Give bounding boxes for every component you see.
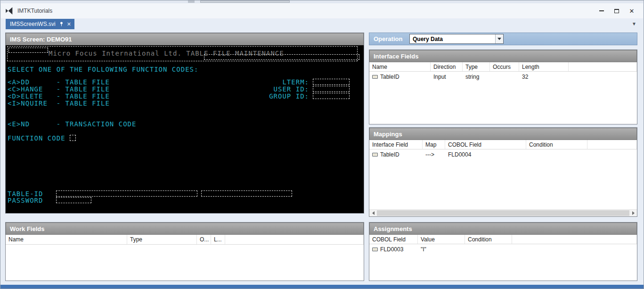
scroll-left-arrow-icon[interactable] — [369, 210, 377, 216]
operation-select[interactable]: Query Data — [409, 34, 504, 44]
column-header-condition[interactable]: Condition — [465, 235, 512, 244]
work-fields-header: Work Fields — [6, 223, 364, 235]
password-label: PASSWORD — [8, 197, 43, 204]
ims-screen-panel: IMS Screen: DEMO91 Micro Focus Internati… — [5, 33, 364, 214]
column-header-cobol-field[interactable]: COBOL Field — [445, 140, 526, 149]
tab-label: IMSScreenWS.svi — [10, 21, 56, 27]
interface-fields-column-headers: Name Direction Type Occurs Length — [369, 62, 637, 72]
column-header-map[interactable]: Map — [423, 140, 445, 149]
scrollbar-thumb[interactable] — [377, 210, 629, 216]
status-bar — [0, 285, 644, 289]
group-id-label: GROUP ID: — [218, 93, 309, 100]
minimize-button[interactable] — [594, 6, 609, 16]
user-id-label: USER ID: — [218, 86, 309, 93]
pin-icon[interactable] — [59, 22, 64, 26]
interface-fields-body: TableID Input string 32 — [369, 72, 637, 82]
cell-condition — [526, 154, 587, 156]
app-window: IMTKTutorials ✕ IMSScreenWS.svi ✕ ▼ IMS … — [0, 0, 644, 289]
ims-screen-header: IMS Screen: DEMO91 — [6, 33, 364, 45]
column-header-filler — [587, 140, 637, 149]
table-id-field[interactable] — [56, 190, 197, 197]
window-title: IMTKTutorials — [17, 8, 52, 14]
horizontal-scrollbar[interactable] — [369, 209, 637, 216]
column-header-length[interactable]: Length — [519, 62, 569, 71]
cell-name: TableID — [380, 74, 399, 80]
field-icon — [372, 75, 378, 79]
option-change: <C>HANGE - TABLE FILE — [8, 86, 110, 93]
table-row[interactable]: FLD0003 "I" — [369, 244, 637, 254]
ims-terminal-screen: Micro Focus International Ltd. TABLE FIL… — [6, 45, 363, 213]
visual-studio-logo-icon — [5, 7, 13, 15]
option-end: <E>ND - TRANSACTION CODE — [8, 121, 136, 128]
column-header-cobol-field[interactable]: COBOL Field — [369, 235, 418, 244]
field-icon — [372, 153, 378, 157]
operation-label: Operation — [374, 35, 409, 42]
mappings-header: Mappings — [369, 128, 637, 140]
work-fields-panel: Work Fields Name Type O... L... — [5, 222, 364, 281]
function-code-field[interactable] — [70, 135, 76, 141]
table-row[interactable]: TableID ---> FLD0004 — [369, 149, 637, 159]
interface-fields-panel: Interface Fields Name Direction Type Occ… — [369, 50, 637, 124]
mappings-body: TableID ---> FLD0004 — [369, 149, 637, 159]
tab-imsscreenws[interactable]: IMSScreenWS.svi ✕ — [6, 19, 74, 29]
cell-type: string — [463, 73, 490, 81]
mappings-column-headers: Interface Field Map COBOL Field Conditio… — [369, 140, 637, 149]
group-id-field[interactable] — [313, 93, 350, 99]
table-id-field-2[interactable] — [201, 190, 292, 197]
user-id-field[interactable] — [313, 86, 350, 92]
assignments-header: Assignments — [369, 223, 637, 235]
column-header-occurs[interactable]: Occurs — [490, 62, 519, 71]
column-header-name[interactable]: Name — [369, 62, 431, 71]
tab-close-icon[interactable]: ✕ — [67, 21, 71, 27]
column-header-value[interactable]: Value — [418, 235, 465, 244]
cell-map: ---> — [423, 150, 445, 159]
assignments-body: FLD0003 "I" — [369, 244, 637, 254]
table-row[interactable]: TableID Input string 32 — [369, 72, 637, 82]
password-field[interactable] — [56, 197, 91, 203]
lterm-label: LTERM: — [218, 79, 309, 86]
option-add: <A>DD - TABLE FILE — [8, 79, 110, 86]
background-fragment — [200, 0, 290, 3]
option-delete: <D>ELETE - TABLE FILE — [8, 93, 110, 100]
mappings-panel: Mappings Interface Field Map COBOL Field… — [369, 127, 637, 217]
column-header-filler — [225, 235, 364, 244]
cell-interface-field: TableID — [380, 151, 399, 158]
chevron-down-icon[interactable] — [495, 34, 503, 43]
work-fields-column-headers: Name Type O... L... — [6, 235, 364, 245]
column-header-type[interactable]: Type — [127, 235, 197, 244]
right-pane: Operation Query Data Interface Fields Na… — [369, 33, 637, 281]
column-header-length[interactable]: L... — [211, 235, 225, 244]
select-codes-text: SELECT ONE OF THE FOLLOWING FUNCTION COD… — [8, 66, 198, 73]
column-header-name[interactable]: Name — [6, 235, 127, 244]
main-area: IMS Screen: DEMO91 Micro Focus Internati… — [0, 30, 644, 285]
close-button[interactable]: ✕ — [624, 6, 639, 16]
column-header-direction[interactable]: Direction — [431, 62, 463, 71]
column-header-occurs[interactable]: O... — [197, 235, 211, 244]
column-header-interface-field[interactable]: Interface Field — [369, 140, 423, 149]
column-header-filler — [512, 235, 637, 244]
scroll-right-arrow-icon[interactable] — [629, 210, 637, 216]
column-header-filler — [569, 62, 637, 71]
column-header-type[interactable]: Type — [463, 62, 490, 71]
function-code-label: FUNCTION CODE — [8, 135, 65, 142]
cell-value: "I" — [418, 245, 465, 254]
banner-subfield[interactable] — [204, 54, 359, 60]
column-header-condition[interactable]: Condition — [526, 140, 587, 149]
left-pane: IMS Screen: DEMO91 Micro Focus Internati… — [5, 33, 364, 281]
cell-length: 32 — [519, 73, 569, 81]
assignments-panel: Assignments COBOL Field Value Condition … — [369, 222, 637, 281]
cell-occurs — [490, 76, 519, 78]
assignments-column-headers: COBOL Field Value Condition — [369, 235, 637, 244]
banner-left-field[interactable] — [8, 48, 48, 53]
interface-fields-header: Interface Fields — [369, 50, 637, 62]
option-inquire: <I>NQUIRE - TABLE FILE — [8, 100, 110, 107]
operation-bar: Operation Query Data — [369, 33, 637, 45]
document-tab-bar: IMSScreenWS.svi ✕ ▼ — [1, 18, 643, 30]
titlebar: IMTKTutorials ✕ — [1, 3, 643, 18]
cell-cobol-field: FLD0003 — [380, 246, 403, 253]
lterm-field[interactable] — [313, 79, 350, 85]
maximize-button[interactable] — [609, 6, 624, 16]
cell-cobol-field: FLD0004 — [445, 150, 526, 159]
chevron-down-icon[interactable]: ▼ — [632, 21, 636, 26]
operation-selected-value: Query Data — [410, 36, 495, 42]
